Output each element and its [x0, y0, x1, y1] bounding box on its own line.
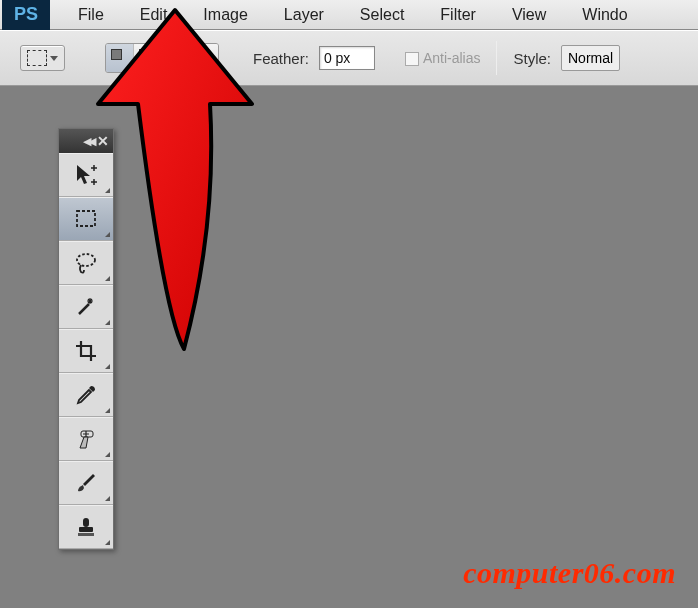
selection-subtract-button[interactable] [162, 44, 190, 72]
menu-file[interactable]: File [60, 0, 122, 29]
menu-filter[interactable]: Filter [422, 0, 494, 29]
crop-tool[interactable] [59, 329, 113, 373]
tool-flyout-icon [105, 276, 110, 281]
marquee-tool[interactable] [59, 197, 113, 241]
tools-panel-header[interactable]: ◀◀ ✕ [59, 129, 113, 153]
menu-image[interactable]: Image [185, 0, 265, 29]
options-bar: Feather: Anti-alias Style: Normal [0, 30, 698, 86]
selection-new-button[interactable] [106, 44, 134, 72]
style-select[interactable]: Normal [561, 45, 620, 71]
app-logo: PS [2, 0, 50, 30]
move-tool[interactable] [59, 153, 113, 197]
magic-wand-tool[interactable] [59, 285, 113, 329]
svg-point-1 [77, 254, 95, 266]
tool-flyout-icon [105, 364, 110, 369]
menu-window[interactable]: Windo [564, 0, 645, 29]
close-icon[interactable]: ✕ [97, 133, 109, 149]
checkbox-icon [405, 52, 419, 66]
stamp-tool[interactable] [59, 505, 113, 549]
tool-flyout-icon [105, 540, 110, 545]
style-value: Normal [568, 50, 613, 66]
collapse-icon[interactable]: ◀◀ [83, 135, 93, 148]
antialias-checkbox: Anti-alias [405, 50, 481, 66]
svg-rect-0 [77, 211, 95, 226]
brush-tool[interactable] [59, 461, 113, 505]
marquee-icon [27, 50, 47, 66]
tool-preset-button[interactable] [20, 45, 65, 71]
feather-input[interactable] [319, 46, 375, 70]
menu-edit[interactable]: Edit [122, 0, 186, 29]
menu-view[interactable]: View [494, 0, 564, 29]
tool-flyout-icon [105, 408, 110, 413]
lasso-tool[interactable] [59, 241, 113, 285]
style-label: Style: [513, 50, 551, 67]
selection-mode-group [105, 43, 219, 73]
tool-flyout-icon [105, 232, 110, 237]
tool-flyout-icon [105, 188, 110, 193]
divider [496, 41, 497, 75]
selection-intersect-button[interactable] [190, 44, 218, 72]
healing-brush-tool[interactable] [59, 417, 113, 461]
eyedropper-tool[interactable] [59, 373, 113, 417]
menu-select[interactable]: Select [342, 0, 422, 29]
tools-panel: ◀◀ ✕ [58, 128, 114, 550]
svg-rect-3 [83, 518, 89, 527]
selection-add-button[interactable] [134, 44, 162, 72]
tool-flyout-icon [105, 452, 110, 457]
feather-label: Feather: [253, 50, 309, 67]
svg-rect-5 [78, 533, 94, 536]
tool-flyout-icon [105, 320, 110, 325]
tool-flyout-icon [105, 496, 110, 501]
watermark-text: computer06.com [463, 556, 676, 590]
svg-rect-4 [79, 527, 93, 532]
menu-bar: PS File Edit Image Layer Select Filter V… [0, 0, 698, 30]
dropdown-icon [50, 56, 58, 61]
menu-layer[interactable]: Layer [266, 0, 342, 29]
antialias-label: Anti-alias [423, 50, 481, 66]
